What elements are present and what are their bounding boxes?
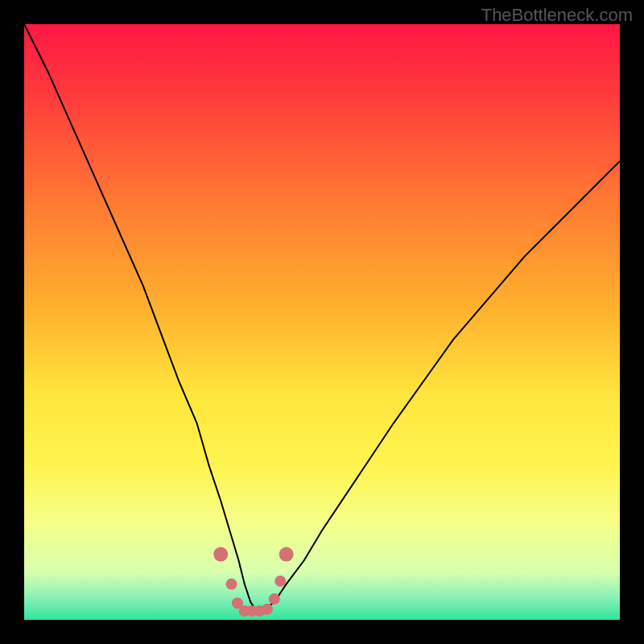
marker-point (213, 547, 228, 562)
marker-point (269, 593, 280, 605)
marker-point (262, 604, 273, 615)
chart-container: TheBottleneck.com (0, 0, 644, 644)
marker-point (279, 547, 294, 562)
marker-point (275, 576, 286, 587)
marker-point (226, 579, 237, 590)
watermark-text: TheBottleneck.com (481, 5, 633, 26)
bottleneck-chart (0, 0, 644, 644)
